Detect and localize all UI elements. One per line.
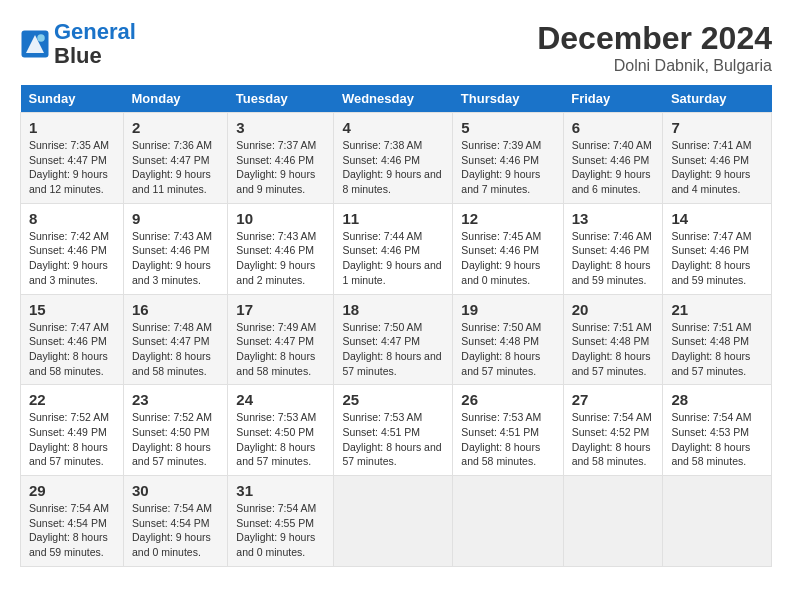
weekday-header-sunday: Sunday [21, 85, 124, 113]
calendar-day-13: 13Sunrise: 7:46 AMSunset: 4:46 PMDayligh… [563, 203, 663, 294]
calendar-day-8: 8Sunrise: 7:42 AMSunset: 4:46 PMDaylight… [21, 203, 124, 294]
calendar-day-30: 30Sunrise: 7:54 AMSunset: 4:54 PMDayligh… [123, 476, 227, 567]
calendar-week-0: 1Sunrise: 7:35 AMSunset: 4:47 PMDaylight… [21, 113, 772, 204]
logo-line1: General [54, 19, 136, 44]
calendar-day-25: 25Sunrise: 7:53 AMSunset: 4:51 PMDayligh… [334, 385, 453, 476]
calendar-day-27: 27Sunrise: 7:54 AMSunset: 4:52 PMDayligh… [563, 385, 663, 476]
calendar-week-3: 22Sunrise: 7:52 AMSunset: 4:49 PMDayligh… [21, 385, 772, 476]
calendar-day-21: 21Sunrise: 7:51 AMSunset: 4:48 PMDayligh… [663, 294, 772, 385]
calendar-week-4: 29Sunrise: 7:54 AMSunset: 4:54 PMDayligh… [21, 476, 772, 567]
calendar-day-18: 18Sunrise: 7:50 AMSunset: 4:47 PMDayligh… [334, 294, 453, 385]
calendar-day-22: 22Sunrise: 7:52 AMSunset: 4:49 PMDayligh… [21, 385, 124, 476]
calendar-day-26: 26Sunrise: 7:53 AMSunset: 4:51 PMDayligh… [453, 385, 563, 476]
title-block: December 2024 Dolni Dabnik, Bulgaria [537, 20, 772, 75]
calendar-day-1: 1Sunrise: 7:35 AMSunset: 4:47 PMDaylight… [21, 113, 124, 204]
weekday-header-tuesday: Tuesday [228, 85, 334, 113]
calendar-table: SundayMondayTuesdayWednesdayThursdayFrid… [20, 85, 772, 567]
month-title: December 2024 [537, 20, 772, 57]
calendar-day-2: 2Sunrise: 7:36 AMSunset: 4:47 PMDaylight… [123, 113, 227, 204]
weekday-header-monday: Monday [123, 85, 227, 113]
calendar-empty-4-3 [334, 476, 453, 567]
calendar-day-23: 23Sunrise: 7:52 AMSunset: 4:50 PMDayligh… [123, 385, 227, 476]
weekday-header-thursday: Thursday [453, 85, 563, 113]
weekday-header-row: SundayMondayTuesdayWednesdayThursdayFrid… [21, 85, 772, 113]
calendar-day-24: 24Sunrise: 7:53 AMSunset: 4:50 PMDayligh… [228, 385, 334, 476]
calendar-empty-4-5 [563, 476, 663, 567]
calendar-day-14: 14Sunrise: 7:47 AMSunset: 4:46 PMDayligh… [663, 203, 772, 294]
calendar-day-4: 4Sunrise: 7:38 AMSunset: 4:46 PMDaylight… [334, 113, 453, 204]
calendar-empty-4-4 [453, 476, 563, 567]
calendar-week-2: 15Sunrise: 7:47 AMSunset: 4:46 PMDayligh… [21, 294, 772, 385]
location-title: Dolni Dabnik, Bulgaria [537, 57, 772, 75]
calendar-day-10: 10Sunrise: 7:43 AMSunset: 4:46 PMDayligh… [228, 203, 334, 294]
weekday-header-friday: Friday [563, 85, 663, 113]
calendar-day-16: 16Sunrise: 7:48 AMSunset: 4:47 PMDayligh… [123, 294, 227, 385]
calendar-empty-4-6 [663, 476, 772, 567]
calendar-day-6: 6Sunrise: 7:40 AMSunset: 4:46 PMDaylight… [563, 113, 663, 204]
svg-point-2 [37, 34, 45, 42]
calendar-day-7: 7Sunrise: 7:41 AMSunset: 4:46 PMDaylight… [663, 113, 772, 204]
calendar-day-31: 31Sunrise: 7:54 AMSunset: 4:55 PMDayligh… [228, 476, 334, 567]
weekday-header-wednesday: Wednesday [334, 85, 453, 113]
calendar-day-28: 28Sunrise: 7:54 AMSunset: 4:53 PMDayligh… [663, 385, 772, 476]
logo-icon [20, 29, 50, 59]
calendar-day-5: 5Sunrise: 7:39 AMSunset: 4:46 PMDaylight… [453, 113, 563, 204]
calendar-day-19: 19Sunrise: 7:50 AMSunset: 4:48 PMDayligh… [453, 294, 563, 385]
calendar-day-11: 11Sunrise: 7:44 AMSunset: 4:46 PMDayligh… [334, 203, 453, 294]
calendar-day-12: 12Sunrise: 7:45 AMSunset: 4:46 PMDayligh… [453, 203, 563, 294]
weekday-header-saturday: Saturday [663, 85, 772, 113]
calendar-week-1: 8Sunrise: 7:42 AMSunset: 4:46 PMDaylight… [21, 203, 772, 294]
calendar-day-3: 3Sunrise: 7:37 AMSunset: 4:46 PMDaylight… [228, 113, 334, 204]
calendar-day-9: 9Sunrise: 7:43 AMSunset: 4:46 PMDaylight… [123, 203, 227, 294]
calendar-day-15: 15Sunrise: 7:47 AMSunset: 4:46 PMDayligh… [21, 294, 124, 385]
logo-line2: Blue [54, 44, 136, 68]
calendar-day-17: 17Sunrise: 7:49 AMSunset: 4:47 PMDayligh… [228, 294, 334, 385]
logo: General Blue [20, 20, 136, 68]
calendar-day-20: 20Sunrise: 7:51 AMSunset: 4:48 PMDayligh… [563, 294, 663, 385]
calendar-day-29: 29Sunrise: 7:54 AMSunset: 4:54 PMDayligh… [21, 476, 124, 567]
page-header: General Blue December 2024 Dolni Dabnik,… [20, 20, 772, 75]
